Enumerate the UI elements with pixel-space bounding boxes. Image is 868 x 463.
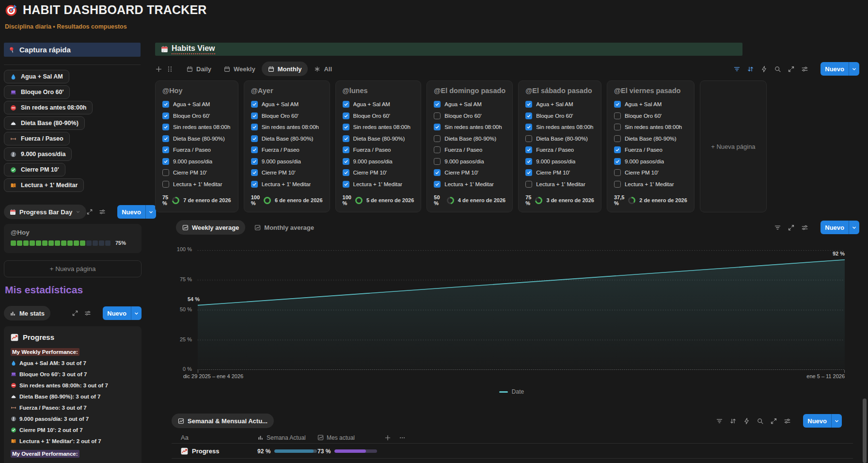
checkbox-unchecked[interactable] <box>614 112 621 119</box>
checkbox-checked[interactable] <box>343 181 349 188</box>
checkbox-checked[interactable] <box>343 124 349 130</box>
checkbox-checked[interactable] <box>162 124 169 130</box>
checkbox-checked[interactable] <box>343 146 349 153</box>
checkbox-checked[interactable] <box>343 135 349 142</box>
filter-icon[interactable] <box>774 224 781 231</box>
new-button[interactable]: Nuevo <box>117 205 156 219</box>
checkbox-checked[interactable] <box>434 181 441 188</box>
vertical-scrollbar[interactable] <box>863 399 867 463</box>
checkbox-checked[interactable] <box>525 112 532 119</box>
checkbox-checked[interactable] <box>434 101 441 108</box>
row-title[interactable]: Progress <box>192 447 219 455</box>
filter-icon[interactable] <box>733 65 741 73</box>
checkbox-unchecked[interactable] <box>614 169 621 176</box>
new-button[interactable]: Nuevo <box>103 306 142 320</box>
checkbox-checked[interactable] <box>525 158 532 165</box>
expand-icon[interactable] <box>788 65 795 73</box>
capture-habit-button[interactable]: Bloque Oro 60' <box>4 85 70 99</box>
new-button-label[interactable]: Nuevo <box>117 205 145 219</box>
checkbox-unchecked[interactable] <box>614 181 621 188</box>
checkbox-checked[interactable] <box>525 101 532 108</box>
checkbox-checked[interactable] <box>162 135 169 142</box>
search-icon[interactable] <box>757 417 764 425</box>
chevron-down-icon[interactable] <box>831 414 842 428</box>
stats-card[interactable]: Progress My Weekly Performance: Agua + S… <box>4 326 142 463</box>
habit-day-card[interactable]: @Ayer Agua + Sal AM Bloque Oro 60' Sin r… <box>244 80 330 212</box>
lightning-icon[interactable] <box>743 417 750 425</box>
sort-icon[interactable] <box>747 65 754 73</box>
habit-day-card[interactable]: @El domingo pasado Agua + Sal AM Bloque … <box>426 80 513 212</box>
settings-sliders-icon[interactable] <box>801 224 808 231</box>
checkbox-checked[interactable] <box>343 169 349 176</box>
expand-icon[interactable] <box>72 310 79 317</box>
tab-daily[interactable]: Daily <box>180 62 218 76</box>
new-button-label[interactable]: Nuevo <box>821 221 849 234</box>
column-header-semana-actual[interactable]: Semana Actual <box>257 434 306 441</box>
tab-all[interactable]: All <box>308 62 338 76</box>
settings-sliders-icon[interactable] <box>801 65 808 73</box>
lightning-icon[interactable] <box>760 65 768 73</box>
search-icon[interactable] <box>774 65 781 73</box>
checkbox-checked[interactable] <box>343 101 349 108</box>
checkbox-checked[interactable] <box>251 112 258 119</box>
checkbox-unchecked[interactable] <box>614 135 621 142</box>
checkbox-checked[interactable] <box>251 158 258 165</box>
checkbox-checked[interactable] <box>525 169 532 176</box>
filter-icon[interactable] <box>716 417 723 425</box>
settings-sliders-icon[interactable] <box>99 208 106 215</box>
sort-icon[interactable] <box>729 417 737 425</box>
checkbox-checked[interactable] <box>251 101 258 108</box>
checkbox-unchecked[interactable] <box>162 181 169 188</box>
capture-habit-button[interactable]: Agua + Sal AM <box>4 70 69 83</box>
checkbox-checked[interactable] <box>251 169 258 176</box>
checkbox-checked[interactable] <box>251 124 258 130</box>
add-block-icon[interactable] <box>155 65 162 73</box>
capture-habit-button[interactable]: Dieta Base (80-90%) <box>4 116 85 130</box>
expand-icon[interactable] <box>788 224 795 231</box>
new-button[interactable]: Nuevo <box>821 221 859 234</box>
view-tab-semanal-mensual[interactable]: Semanal & Mensual Actu... <box>172 414 274 428</box>
checkbox-checked[interactable] <box>614 101 621 108</box>
column-header-name[interactable]: Aa <box>181 434 189 441</box>
checkbox-checked[interactable] <box>434 169 441 176</box>
checkbox-checked[interactable] <box>162 158 169 165</box>
checkbox-checked[interactable] <box>162 112 169 119</box>
chevron-down-icon[interactable] <box>849 62 859 76</box>
tab-weekly-average[interactable]: Weekly average <box>176 220 245 235</box>
capture-habit-button[interactable]: Sin redes antes 08:00h <box>4 101 93 114</box>
checkbox-unchecked[interactable] <box>434 158 441 165</box>
drag-handle-icon[interactable] <box>166 65 174 73</box>
checkbox-unchecked[interactable] <box>162 169 169 176</box>
checkbox-checked[interactable] <box>251 135 258 142</box>
habit-day-card[interactable]: @lunes Agua + Sal AM Bloque Oro 60' Sin … <box>335 80 422 212</box>
habit-day-card[interactable]: @El viernes pasado Agua + Sal AM Bloque … <box>607 80 694 212</box>
expand-icon[interactable] <box>770 417 777 425</box>
checkbox-unchecked[interactable] <box>434 146 441 153</box>
new-page-card[interactable]: + Nueva página <box>700 80 767 212</box>
progress-day-card[interactable]: @Hoy 75% <box>4 224 142 253</box>
capture-habit-button[interactable]: 9.000 pasos/dia <box>4 147 72 161</box>
checkbox-unchecked[interactable] <box>525 135 532 142</box>
add-column-icon[interactable] <box>384 434 391 441</box>
capture-habit-button[interactable]: Fuerza / Paseo <box>4 132 70 145</box>
expand-icon[interactable] <box>86 208 93 215</box>
checkbox-checked[interactable] <box>434 124 441 130</box>
tab-weekly[interactable]: Weekly <box>218 62 262 76</box>
checkbox-checked[interactable] <box>343 112 349 119</box>
table-row[interactable]: Progress 92 % 73 % <box>172 444 853 459</box>
chevron-down-icon[interactable] <box>131 306 142 320</box>
new-button[interactable]: Nuevo <box>821 62 859 76</box>
chevron-down-icon[interactable] <box>145 205 156 219</box>
capture-habit-button[interactable]: Lectura + 1' Meditar <box>4 178 84 192</box>
chevron-down-icon[interactable] <box>849 221 859 234</box>
checkbox-checked[interactable] <box>343 158 349 165</box>
checkbox-unchecked[interactable] <box>614 124 621 130</box>
habit-day-card[interactable]: @El sábado pasado Agua + Sal AM Bloque O… <box>518 80 601 212</box>
checkbox-unchecked[interactable] <box>434 112 441 119</box>
checkbox-checked[interactable] <box>251 146 258 153</box>
tab-monthly-average[interactable]: Monthly average <box>248 220 320 235</box>
new-button-label[interactable]: Nuevo <box>821 62 849 76</box>
habit-day-card[interactable]: @Hoy Agua + Sal AM Bloque Oro 60' Sin re… <box>155 80 238 212</box>
new-button-label[interactable]: Nuevo <box>103 306 131 320</box>
checkbox-checked[interactable] <box>251 181 258 188</box>
